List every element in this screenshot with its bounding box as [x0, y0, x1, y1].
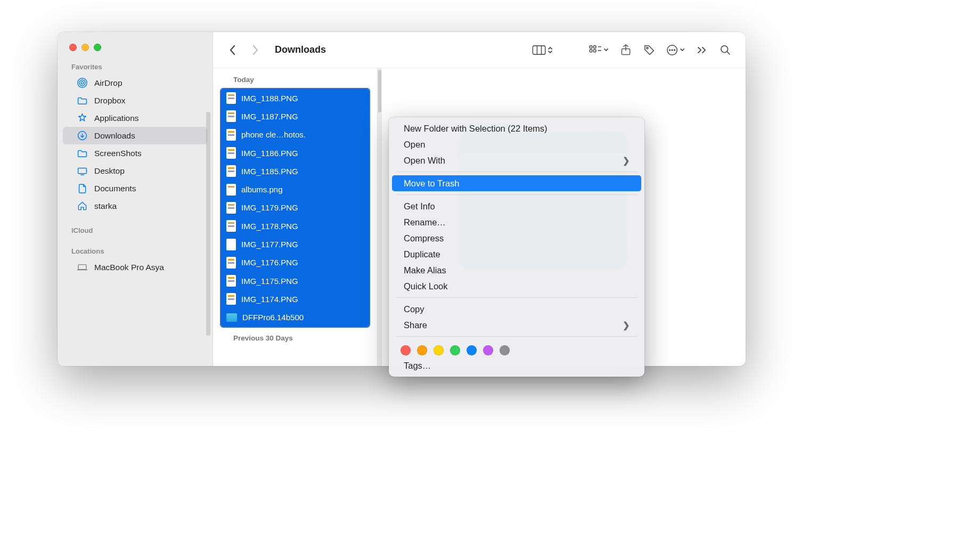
- tag-gray[interactable]: [500, 345, 510, 355]
- minimize-window-button[interactable]: [81, 44, 89, 51]
- tag-yellow[interactable]: [434, 345, 444, 355]
- svg-point-12: [647, 47, 648, 48]
- tag-blue[interactable]: [467, 345, 477, 355]
- file-name: IMG_1179.PNG: [241, 203, 298, 212]
- file-name: IMG_1177.PNG: [241, 240, 298, 249]
- menu-rename[interactable]: Rename…: [392, 214, 641, 230]
- svg-point-17: [721, 45, 728, 52]
- sidebar-item-label: Dropbox: [94, 96, 126, 105]
- sidebar-item-downloads[interactable]: Downloads: [63, 127, 207, 144]
- more-button[interactable]: [663, 42, 688, 58]
- file-name: IMG_1178.PNG: [241, 222, 298, 231]
- menu-move-to-trash[interactable]: Move to Trash: [392, 175, 641, 191]
- group-header-previous: Previous 30 Days: [213, 328, 377, 342]
- sidebar-item-documents[interactable]: Documents: [63, 180, 207, 197]
- sidebar-item-label: Applications: [94, 113, 139, 123]
- sidebar-item-desktop[interactable]: Desktop: [63, 162, 207, 180]
- svg-rect-4: [78, 168, 87, 173]
- svg-point-0: [81, 82, 84, 84]
- chevron-right-icon: ❯: [623, 320, 630, 330]
- tag-green[interactable]: [450, 345, 460, 355]
- file-name: IMG_1185.PNG: [241, 167, 298, 176]
- sidebar-section-icloud: iCloud: [58, 215, 213, 238]
- close-window-button[interactable]: [69, 44, 77, 51]
- file-item[interactable]: IMG_1174.PNG: [221, 290, 369, 308]
- file-name: IMG_1174.PNG: [241, 295, 298, 304]
- menu-duplicate[interactable]: Duplicate: [392, 246, 641, 262]
- tags-button[interactable]: [640, 42, 659, 58]
- file-item[interactable]: IMG_1187.PNG: [221, 107, 369, 125]
- file-item[interactable]: albums.png: [221, 180, 369, 198]
- sidebar-item-label: MacBook Pro Asya: [94, 263, 164, 272]
- chevron-right-icon: ❯: [623, 156, 630, 166]
- column-scrollbar[interactable]: [378, 68, 382, 366]
- sidebar-item-airdrop[interactable]: AirDrop: [63, 74, 207, 92]
- window-controls: [58, 32, 213, 51]
- svg-rect-8: [590, 50, 592, 52]
- group-button[interactable]: [586, 42, 612, 58]
- group-header-today: Today: [213, 68, 377, 88]
- file-item[interactable]: DFFPro6.14b500: [221, 308, 369, 327]
- desktop-icon: [77, 165, 88, 176]
- sidebar-item-macbook[interactable]: MacBook Pro Asya: [63, 258, 207, 276]
- svg-point-14: [669, 50, 671, 51]
- view-columns-button[interactable]: [529, 42, 556, 58]
- menu-open[interactable]: Open: [392, 136, 641, 152]
- file-item[interactable]: IMG_1175.PNG: [221, 272, 369, 290]
- menu-compress[interactable]: Compress: [392, 230, 641, 246]
- file-item[interactable]: IMG_1178.PNG: [221, 217, 369, 235]
- laptop-icon: [77, 262, 88, 273]
- sidebar-item-label: AirDrop: [94, 78, 123, 88]
- svg-rect-6: [533, 45, 545, 54]
- menu-new-folder-with-selection[interactable]: New Folder with Selection (22 Items): [392, 120, 641, 136]
- file-name: IMG_1187.PNG: [241, 112, 298, 121]
- file-item[interactable]: IMG_1177.PNG: [221, 235, 369, 253]
- menu-tags[interactable]: Tags…: [392, 358, 641, 373]
- file-item[interactable]: IMG_1176.PNG: [221, 254, 369, 272]
- tag-red[interactable]: [401, 345, 411, 355]
- file-item[interactable]: IMG_1179.PNG: [221, 199, 369, 217]
- file-name: phone cle…hotos.: [241, 130, 306, 139]
- file-column: Today IMG_1188.PNG IMG_1187.PNG phone cl…: [213, 68, 378, 366]
- forward-button[interactable]: [246, 42, 264, 58]
- menu-separator: [396, 336, 637, 337]
- file-item[interactable]: phone cle…hotos.: [221, 126, 369, 144]
- file-name: albums.png: [241, 185, 283, 194]
- menu-make-alias[interactable]: Make Alias: [392, 262, 641, 278]
- file-item[interactable]: IMG_1188.PNG: [221, 89, 369, 107]
- tag-orange[interactable]: [417, 345, 427, 355]
- menu-get-info[interactable]: Get Info: [392, 198, 641, 214]
- tag-purple[interactable]: [483, 345, 493, 355]
- svg-rect-10: [593, 50, 596, 52]
- sidebar-item-applications[interactable]: Applications: [63, 109, 207, 127]
- airdrop-icon: [77, 77, 88, 88]
- sidebar-section-favorites: Favorites: [58, 51, 213, 74]
- sidebar-item-label: Downloads: [94, 131, 135, 141]
- search-button[interactable]: [716, 42, 735, 58]
- svg-point-15: [672, 50, 673, 51]
- menu-open-with[interactable]: Open With❯: [392, 152, 641, 168]
- menu-quick-look[interactable]: Quick Look: [392, 278, 641, 294]
- back-button[interactable]: [224, 42, 242, 58]
- menu-share[interactable]: Share❯: [392, 317, 641, 333]
- toolbar: Downloads: [213, 32, 746, 68]
- sidebar-item-label: Documents: [94, 184, 136, 193]
- window-title: Downloads: [275, 44, 326, 55]
- overflow-button[interactable]: [692, 42, 712, 58]
- zoom-window-button[interactable]: [94, 44, 101, 51]
- context-menu: New Folder with Selection (22 Items) Ope…: [389, 117, 644, 377]
- sidebar-item-dropbox[interactable]: Dropbox: [63, 92, 207, 109]
- svg-point-16: [674, 50, 675, 51]
- menu-copy[interactable]: Copy: [392, 301, 641, 317]
- share-button[interactable]: [616, 42, 635, 58]
- selection-box: IMG_1188.PNG IMG_1187.PNG phone cle…hoto…: [220, 88, 370, 328]
- sidebar-scrollbar[interactable]: [206, 112, 210, 336]
- sidebar-item-screenshots[interactable]: ScreenShots: [63, 144, 207, 162]
- svg-rect-9: [593, 45, 596, 48]
- svg-rect-7: [590, 45, 592, 48]
- file-item[interactable]: IMG_1185.PNG: [221, 162, 369, 180]
- file-item[interactable]: IMG_1186.PNG: [221, 144, 369, 162]
- sidebar-item-home[interactable]: starka: [63, 197, 207, 215]
- folder-icon: [77, 148, 88, 159]
- sidebar-section-locations: Locations: [58, 238, 213, 258]
